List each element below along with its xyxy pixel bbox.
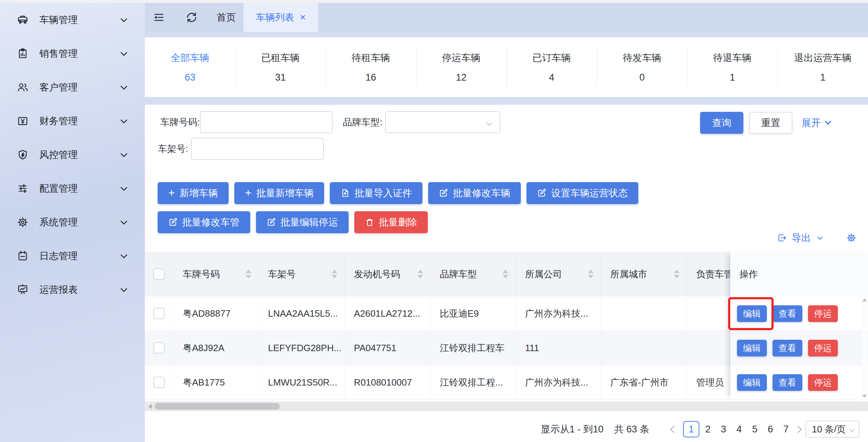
vin-input[interactable] [191, 138, 324, 160]
vertical-scrollbar[interactable] [862, 296, 867, 400]
page-number-6[interactable]: 6 [763, 424, 778, 435]
batch-edit-stop-button[interactable]: 批量编辑停运 [256, 211, 349, 233]
sidebar-item-finance[interactable]: 财务管理 [0, 104, 145, 138]
sidebar-item-sales[interactable]: 销售管理 [0, 37, 145, 70]
sort-icon[interactable] [503, 270, 508, 279]
actions-cell-row-1: 编辑 查看 停运 [730, 296, 868, 331]
actions-row-2: 批量修改车管 批量编辑停运 批量删除 [158, 211, 428, 233]
row-checkbox[interactable] [153, 308, 165, 319]
tab-vehicle-list[interactable]: 车辆列表 × [244, 3, 318, 32]
fixed-actions-column: 操作 编辑 查看 停运 编辑 查看 停运 编辑 查看 停运 [730, 252, 868, 400]
stop-button[interactable]: 停运 [808, 340, 838, 356]
view-button[interactable]: 查看 [773, 305, 802, 322]
column-header-brand[interactable]: 品牌车型 [430, 252, 515, 296]
search-button[interactable]: 查询 [700, 112, 743, 134]
status-tab-to-return[interactable]: 待退车辆 1 [687, 37, 778, 97]
view-button[interactable]: 查看 [773, 374, 802, 391]
sales-icon [16, 47, 29, 60]
refresh-icon[interactable] [185, 11, 198, 24]
status-tab-ordered[interactable]: 已订车辆 4 [507, 37, 597, 97]
column-settings-gear-icon[interactable] [845, 232, 857, 244]
sidebar-item-log[interactable]: 日志管理 [0, 239, 145, 273]
plate-number-input[interactable] [200, 111, 333, 133]
batch-edit-vehicle-button[interactable]: 批量修改车辆 [428, 182, 521, 204]
column-header-company[interactable]: 所属公司 [515, 252, 601, 296]
batch-delete-button[interactable]: 批量删除 [354, 211, 428, 233]
sort-icon[interactable] [246, 270, 251, 279]
sort-icon[interactable] [332, 270, 337, 279]
collapse-sidebar-icon[interactable] [153, 11, 165, 24]
batch-import-docs-button[interactable]: 批量导入证件 [330, 182, 422, 204]
edit-button[interactable]: 编辑 [737, 374, 767, 391]
sidebar-item-vehicle[interactable]: 车辆管理 [0, 3, 145, 37]
stop-button[interactable]: 停运 [808, 305, 838, 322]
cell-plate: 粤AD88877 [173, 296, 258, 331]
status-tab-stopped[interactable]: 停运车辆 12 [416, 37, 507, 97]
edit-icon [537, 189, 546, 198]
column-header-city[interactable]: 所属城市 [601, 252, 687, 296]
close-icon[interactable]: × [300, 12, 306, 22]
horizontal-scrollbar[interactable] [145, 402, 868, 411]
status-tab-rented[interactable]: 已租车辆 31 [235, 37, 326, 97]
chevron-down-icon [825, 118, 831, 125]
risk-icon [16, 148, 29, 162]
column-header-plate[interactable]: 车牌号码 [173, 252, 258, 296]
report-icon [16, 283, 29, 296]
column-header-engine[interactable]: 发动机号码 [344, 252, 430, 296]
set-operation-status-button[interactable]: 设置车辆运营状态 [526, 182, 638, 204]
batch-add-vehicle-button[interactable]: + 批量新增车辆 [234, 182, 324, 204]
sort-icon[interactable] [588, 270, 594, 279]
sidebar-item-system[interactable]: 系统管理 [0, 205, 145, 239]
status-tab-to-send[interactable]: 待发车辆 0 [597, 37, 687, 97]
sidebar-item-report[interactable]: 运营报表 [0, 273, 145, 306]
status-tab-retired[interactable]: 退出运营车辆 1 [777, 37, 868, 97]
status-tab-label: 待退车辆 [713, 51, 752, 64]
scroll-left-arrow-icon[interactable] [148, 404, 152, 409]
scroll-up-arrow-icon[interactable] [862, 299, 867, 301]
row-checkbox-cell [145, 331, 173, 365]
status-tab-to-rent[interactable]: 待租车辆 16 [326, 37, 416, 97]
edit-icon [168, 218, 178, 227]
view-button-label: 查看 [779, 342, 796, 354]
row-checkbox[interactable] [153, 342, 165, 354]
status-tab-label: 停运车辆 [442, 51, 480, 64]
edit-button[interactable]: 编辑 [737, 305, 767, 322]
page-number-5[interactable]: 5 [747, 424, 763, 435]
select-all-checkbox[interactable] [153, 268, 165, 280]
page-number-2[interactable]: 2 [700, 424, 716, 435]
sidebar-item-label: 财务管理 [39, 115, 78, 127]
cell-vin: LEFYFDG28PH... [258, 331, 344, 365]
sidebar-item-risk[interactable]: 风控管理 [0, 138, 145, 171]
scrollbar-thumb[interactable] [155, 403, 280, 410]
cell-city [601, 296, 687, 331]
view-button[interactable]: 查看 [773, 340, 802, 356]
sort-icon[interactable] [417, 270, 423, 279]
expand-filters-link[interactable]: 展开 [802, 112, 830, 134]
export-dropdown[interactable]: 导出 [777, 231, 822, 244]
page-number-7[interactable]: 7 [778, 424, 794, 435]
button-label: 批量修改车管 [182, 216, 240, 229]
page-number-3[interactable]: 3 [716, 424, 731, 435]
brand-model-select[interactable] [385, 111, 500, 133]
page-number-4[interactable]: 4 [731, 424, 747, 435]
stop-button[interactable]: 停运 [808, 374, 838, 391]
reset-button[interactable]: 重置 [749, 112, 792, 134]
prev-page-icon[interactable] [670, 425, 678, 433]
tab-home[interactable]: 首页 [213, 3, 239, 32]
sidebar-item-label: 客户管理 [39, 81, 78, 94]
sidebar-item-config[interactable]: 配置管理 [0, 171, 145, 205]
column-header-vin[interactable]: 车架号 [258, 252, 344, 296]
batch-edit-manager-button[interactable]: 批量修改车管 [158, 211, 250, 233]
add-vehicle-button[interactable]: + 新增车辆 [158, 182, 229, 204]
scroll-down-arrow-icon[interactable] [862, 395, 867, 398]
page-size-select[interactable]: 10 条/页 [806, 421, 859, 438]
page-size-value: 10 条/页 [812, 423, 846, 436]
edit-button[interactable]: 编辑 [737, 340, 767, 356]
status-tab-all[interactable]: 全部车辆 63 [145, 37, 235, 97]
sort-icon[interactable] [674, 270, 679, 279]
next-page-icon[interactable] [794, 425, 802, 433]
page-number-1[interactable]: 1 [683, 421, 699, 437]
row-checkbox[interactable] [153, 377, 165, 388]
vehicle-icon [16, 13, 29, 27]
sidebar-item-customer[interactable]: 客户管理 [0, 70, 145, 104]
